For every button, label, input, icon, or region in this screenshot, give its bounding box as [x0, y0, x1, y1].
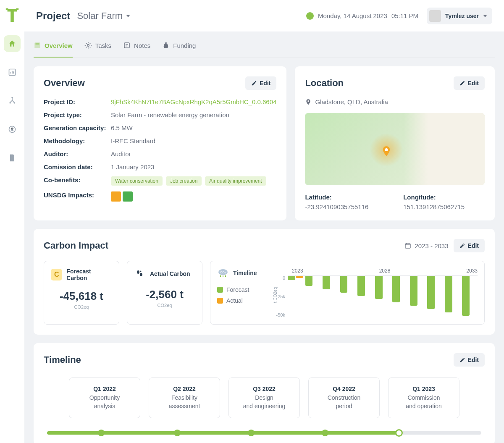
user-menu[interactable]: Tymlez user: [427, 8, 492, 24]
chart-icon: [8, 68, 16, 76]
location-address: Gladstone, QLD, Australia: [305, 98, 485, 105]
nav-docs[interactable]: [4, 149, 21, 166]
overview-card: Overview Edit Project ID:9jFhSk4KhN7t1e7…: [34, 66, 286, 220]
tabs: Overview Tasks Notes Funding: [34, 31, 495, 58]
globe-icon: [306, 12, 314, 20]
metric-title: Actual Carbon: [150, 270, 190, 277]
note-icon: [123, 42, 131, 49]
lon-label: Longitude:: [403, 194, 485, 201]
nav-analytics[interactable]: [4, 64, 21, 81]
field-value: I-REC Standard: [111, 137, 155, 144]
unsdg-icons: [111, 191, 133, 202]
topbar: Project Solar Farm Monday, 14 August 202…: [24, 0, 504, 31]
unsdg-icon: [123, 191, 133, 202]
field-value: 6.5 MW: [111, 124, 133, 131]
time-text: 05:11 PM: [391, 12, 418, 19]
document-icon: [8, 154, 16, 162]
y-tick: 0: [275, 275, 285, 280]
tab-label: Overview: [45, 42, 73, 49]
home-icon: [8, 39, 16, 48]
location-text: Gladstone, QLD, Australia: [315, 98, 388, 105]
tab-funding[interactable]: Funding: [162, 42, 196, 58]
carbon-chart: 2023 2028 2033 t CO2eq 0 -25k -50k: [275, 268, 478, 317]
legend-actual: Actual: [217, 297, 268, 304]
dollar-icon: [8, 125, 16, 134]
footprint-icon: [134, 268, 146, 280]
phase-item: Q4 2022Constructionperiod: [308, 377, 380, 418]
gear-icon: [84, 42, 92, 49]
edit-label: Edit: [468, 356, 479, 363]
nav-finance[interactable]: [4, 121, 21, 138]
tab-overview[interactable]: Overview: [34, 42, 73, 58]
logo: [4, 8, 20, 24]
lat-label: Latitude:: [305, 194, 386, 201]
pencil-icon: [251, 80, 257, 86]
nav-network[interactable]: [4, 92, 21, 109]
avatar: [429, 10, 441, 22]
phase-item: Q3 2022Designand engineering: [228, 377, 300, 418]
field-label: Generation capacity:: [44, 124, 111, 131]
timeline-title: Timeline: [44, 354, 81, 365]
sidebar: [0, 0, 24, 443]
edit-timeline-button[interactable]: Edit: [454, 353, 485, 367]
edit-location-button[interactable]: Edit: [454, 76, 485, 90]
field-label: Auditor:: [44, 150, 111, 157]
tab-label: Funding: [173, 42, 196, 49]
svg-rect-8: [36, 44, 39, 45]
carbon-title: Carbon Impact: [44, 240, 108, 251]
project-id-value[interactable]: 9jFhSk4KhN7t1e7BAGcNpxRhgK2qA5r5GmbHC_0.…: [111, 98, 276, 105]
date-range[interactable]: 2023 - 2033: [404, 242, 448, 249]
svg-point-3: [11, 97, 13, 98]
cloud-co2-icon: CO₂: [217, 268, 229, 278]
actual-value: -2,560 t: [134, 288, 195, 301]
map[interactable]: [305, 113, 485, 185]
chip: Job creation: [166, 176, 202, 186]
svg-rect-0: [6, 8, 8, 10]
overview-title: Overview: [44, 78, 85, 89]
svg-rect-7: [34, 42, 40, 48]
unsdg-icon: [111, 191, 121, 202]
pencil-icon: [459, 243, 465, 249]
edit-overview-button[interactable]: Edit: [245, 76, 276, 90]
svg-point-9: [87, 45, 89, 47]
carbon-timeline: CO₂ Timeline Forecast Actual 2023 2028 2…: [210, 261, 485, 325]
phase-item: Q1 2022Opportunityanalysis: [69, 377, 140, 418]
field-label: Methodology:: [44, 137, 111, 144]
x-tick: 2033: [466, 268, 478, 274]
progress-track: [47, 431, 481, 435]
field-value: Solar Farm - renewable energy generation: [111, 111, 229, 118]
pencil-icon: [459, 357, 465, 363]
svg-rect-10: [124, 43, 129, 48]
field-label: Project ID:: [44, 98, 111, 105]
tab-tasks[interactable]: Tasks: [84, 42, 111, 58]
money-bag-icon: [162, 42, 170, 49]
chip: Water conservation: [111, 176, 163, 186]
date-text: Monday, 14 August 2023: [318, 12, 387, 19]
edit-label: Edit: [468, 80, 479, 87]
y-tick: -50k: [275, 312, 285, 317]
field-value: 1 January 2023: [111, 163, 154, 170]
legend-forecast: Forecast: [217, 286, 268, 293]
svg-rect-1: [16, 8, 19, 10]
forecast-icon: C: [51, 269, 62, 280]
y-axis-label: t CO2eq: [273, 287, 278, 303]
edit-carbon-button[interactable]: Edit: [454, 239, 485, 252]
phase-item: Q1 2023Commissionand operation: [388, 377, 459, 418]
tab-notes[interactable]: Notes: [123, 42, 150, 58]
field-label: UNSDG Impacts:: [44, 191, 111, 202]
forecast-metric: C Forecast Carbon -45,618 t CO2eq: [44, 261, 119, 325]
user-name: Tymlez user: [445, 13, 479, 19]
field-value: Auditor: [111, 150, 131, 157]
branch-icon: [8, 97, 16, 105]
nav-home[interactable]: [4, 35, 21, 52]
svg-text:CO₂: CO₂: [220, 271, 226, 274]
project-selector[interactable]: Solar Farm: [77, 10, 130, 21]
page-title: Project: [36, 10, 70, 22]
tab-label: Tasks: [95, 42, 111, 49]
chevron-down-icon: [483, 15, 487, 17]
metric-title: Forecast Carbon: [66, 268, 112, 281]
svg-point-4: [9, 102, 10, 103]
chip: Air quality improvement: [205, 176, 266, 186]
metric-unit: CO2eq: [51, 304, 112, 309]
location-title: Location: [305, 78, 344, 89]
